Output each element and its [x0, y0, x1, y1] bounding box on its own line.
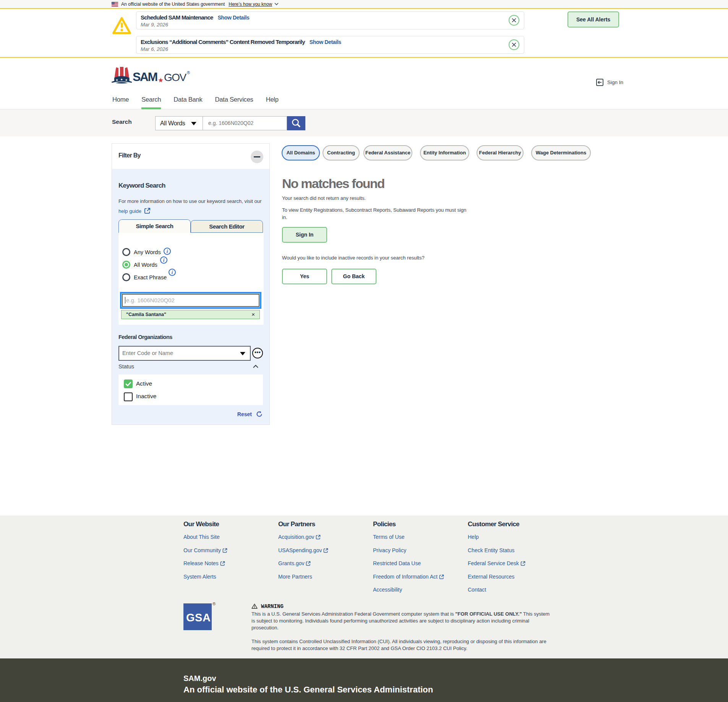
svg-text:®: ®: [187, 70, 190, 75]
svg-text:SAM: SAM: [133, 70, 157, 84]
svg-text:GOV: GOV: [164, 71, 187, 83]
